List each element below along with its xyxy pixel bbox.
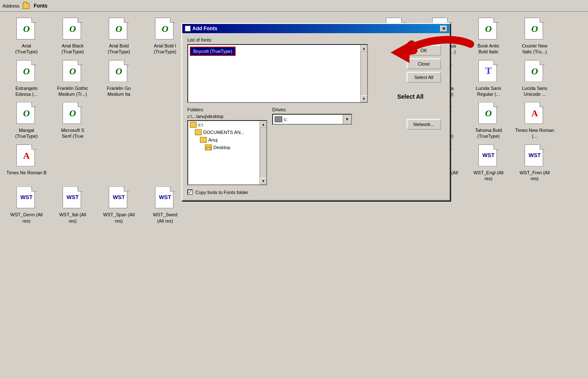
drives-dropdown-arrow[interactable]: ▼	[343, 115, 351, 124]
drives-section: Drives: c: ▼	[272, 107, 356, 185]
folders-listbox[interactable]: c:\ DOCUMENTS AN... Anuj	[187, 120, 267, 185]
font-icon-wst-span[interactable]: WST WST_Span (Allres)	[96, 184, 142, 226]
font-icon-arial[interactable]: O Arial(TrueType)	[3, 15, 50, 58]
folder-item-documents[interactable]: DOCUMENTS AN...	[188, 129, 260, 136]
dialog-title: Add Fonts	[192, 26, 217, 32]
font-icon-lucida-unicode[interactable]: O Lucida SansUnicode ...	[512, 58, 558, 100]
folders-scrollbar[interactable]: ▲ ▼	[260, 121, 266, 184]
copy-fonts-checkbox[interactable]: ✓	[187, 189, 193, 195]
copy-fonts-label: Copy fonts to Fonts folder	[195, 190, 248, 195]
font-icon-arial-bold[interactable]: O Arial Bold(TrueType)	[96, 15, 142, 58]
folder-item-desktop[interactable]: Desktop	[188, 144, 260, 151]
dialog-title-icon	[185, 26, 191, 32]
folder-item-anuj[interactable]: Anuj	[188, 136, 260, 144]
copy-fonts-area: ✓ Copy fonts to Fonts folder	[187, 189, 403, 195]
selected-font-item[interactable]: Boycott (TrueType)	[190, 47, 236, 56]
font-icon-arial-black[interactable]: O Arial Black(TrueType)	[50, 15, 96, 58]
list-fonts-label: List of fonts:	[187, 37, 403, 42]
font-icon-times-new-roman[interactable]: A Times New Roman (...	[512, 100, 558, 142]
drive-icon	[275, 116, 282, 122]
folder-icon-c	[190, 122, 197, 128]
scroll-track	[361, 52, 368, 95]
add-fonts-dialog: Add Fonts ✕ List of fonts: Boycott (True…	[181, 23, 450, 201]
current-drive: c:	[284, 117, 288, 122]
folder-icon-desktop	[205, 144, 212, 150]
ok-button[interactable]: OK	[407, 45, 441, 56]
font-icon-franklin-gothic-italic[interactable]: O Franklin GoMedium Ita	[96, 58, 142, 100]
folder-scroll-track	[260, 128, 266, 178]
font-icon-microsoft-serif[interactable]: O Microsoft SSerif (True	[50, 100, 96, 142]
scroll-down-btn[interactable]: ▼	[361, 95, 368, 102]
address-label: Address	[3, 3, 19, 8]
font-icon-book-antiqua-italic[interactable]: O Book AnticBold Italic	[465, 15, 512, 58]
close-button[interactable]: Close	[407, 58, 441, 69]
dialog-close-button[interactable]: ✕	[440, 26, 447, 32]
font-icon-courier-italic[interactable]: O Courier NewItalic (Tru...)	[512, 15, 558, 58]
font-icon-wst-germ[interactable]: WST WST_Germ (Allres)	[3, 184, 50, 226]
folders-section: Folders: c:\...\anuj\desktop c:\ DO	[187, 107, 267, 185]
font-icon-tahoma-bold[interactable]: O Tahoma Bold(TrueType)	[465, 100, 512, 142]
font-icon-wst-engl[interactable]: WST WST_Engl (Allres)	[465, 142, 512, 184]
folder-scroll-up[interactable]: ▲	[260, 121, 267, 128]
fonts-listbox[interactable]: Boycott (TrueType) ▲ ▼	[187, 44, 368, 103]
folder-item-c[interactable]: c:\	[188, 121, 260, 129]
drives-label: Drives:	[272, 107, 356, 112]
folder-icon	[23, 3, 29, 9]
scroll-up-btn[interactable]: ▲	[361, 45, 368, 52]
current-path: c:\...\anuj\desktop	[187, 114, 267, 119]
folders-label: Folders:	[187, 107, 267, 112]
top-bar: Address Fonts	[0, 0, 588, 12]
font-icon-franklin-gothic[interactable]: O Franklin GothicMedium (Tr...)	[50, 58, 96, 100]
font-icon-times-new-roman-b[interactable]: A Times Ne Roman B	[3, 142, 50, 184]
dialog-titlebar: Add Fonts ✕	[182, 24, 449, 33]
font-icon-wst-fren[interactable]: WST WST_Fren (Allres)	[512, 142, 558, 184]
fonts-scrollbar[interactable]: ▲ ▼	[360, 45, 367, 102]
select-all-button[interactable]: Select All	[407, 72, 441, 83]
drives-dropdown[interactable]: c: ▼	[272, 114, 352, 125]
font-icon-wst-ital[interactable]: WST WST_Ital (Allres)	[50, 184, 96, 226]
font-icon-estrangelo[interactable]: O EstrangeloEdessa (...	[3, 58, 50, 100]
folder-icon-documents	[195, 129, 202, 135]
font-icon-lucida-sans[interactable]: T Lucida SansRegular (...	[465, 58, 512, 100]
dialog-buttons: OK Close Select All Network...	[407, 37, 444, 195]
folder-label: Fonts	[34, 3, 47, 9]
folder-scroll-down[interactable]: ▼	[260, 178, 267, 184]
folder-icon-anuj	[200, 137, 207, 143]
font-icon-mangal[interactable]: O Mangal(TrueType)	[3, 100, 50, 142]
network-button[interactable]: Network...	[407, 119, 441, 130]
